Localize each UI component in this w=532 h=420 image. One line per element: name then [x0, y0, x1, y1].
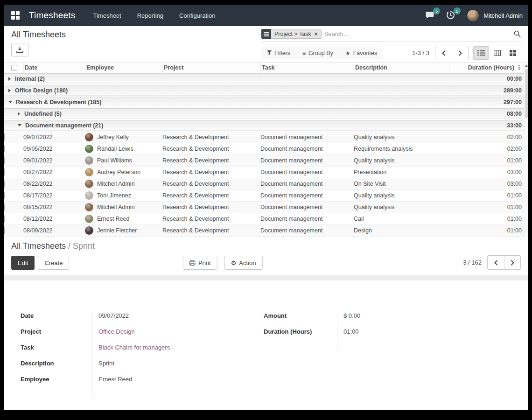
table-row[interactable]: 08/09/2022 Jennie Fletcher Research & De…: [4, 225, 528, 237]
facet-remove-icon[interactable]: ×: [315, 31, 318, 37]
row-checkbox[interactable]: [4, 145, 5, 153]
table-row[interactable]: 09/05/2022 Randall Lewis Research & Deve…: [4, 143, 528, 155]
cell-employee: Toni Jimenez: [85, 191, 162, 200]
form-control-panel: All Timesheets / Sprint Edit Create Prin…: [4, 237, 528, 275]
field-value-task[interactable]: Black Chairs for managers: [92, 344, 240, 360]
row-checkbox[interactable]: [4, 168, 5, 176]
table-row[interactable]: 08/22/2022 Mitchell Admin Research & Dev…: [4, 178, 528, 190]
select-all-checkbox[interactable]: [11, 65, 17, 71]
search-facet[interactable]: Project > Task ×: [261, 29, 322, 39]
cell-project: Research & Development: [162, 216, 260, 222]
cell-employee: Paul Williams: [85, 156, 162, 165]
create-button[interactable]: Create: [38, 256, 69, 270]
user-menu[interactable]: Mitchell Admin: [467, 9, 523, 22]
column-project[interactable]: Project: [162, 63, 260, 73]
row-checkbox[interactable]: [4, 203, 5, 211]
field-value-project[interactable]: Office Design: [92, 328, 240, 344]
scrollbar-thumb[interactable]: [525, 69, 528, 118]
cell-date: 09/05/2022: [23, 146, 85, 152]
list-scrollbar[interactable]: [524, 63, 528, 237]
column-task[interactable]: Task: [260, 63, 354, 73]
form-previous-button[interactable]: [488, 256, 504, 269]
row-checkbox[interactable]: [4, 215, 5, 223]
employee-avatar: [85, 168, 93, 176]
pager-range[interactable]: 1-3 / 3: [412, 49, 429, 56]
employee-avatar: [85, 156, 93, 165]
form-next-button[interactable]: [504, 256, 520, 269]
kanban-view-button[interactable]: [505, 46, 521, 60]
list-body: 09/07/2022 Jeffrey Kelly Research & Deve…: [4, 132, 528, 237]
optional-columns-icon[interactable]: ⋮: [516, 64, 522, 71]
cell-task: Document management: [260, 169, 354, 175]
favorites-button[interactable]: ★ Favorites: [345, 50, 377, 56]
pager-previous-button[interactable]: [435, 46, 452, 60]
cell-task: Document management: [260, 192, 354, 199]
column-employee[interactable]: Employee: [85, 63, 162, 73]
group-row-internal[interactable]: Internal (2) 00:00: [4, 73, 528, 84]
table-row[interactable]: 09/07/2022 Jeffrey Kelly Research & Deve…: [4, 132, 528, 143]
column-date[interactable]: Date: [23, 63, 85, 73]
menu-reporting[interactable]: Reporting: [137, 12, 163, 19]
cell-employee: Ernest Reed: [85, 215, 162, 223]
table-row[interactable]: 08/17/2022 Toni Jimenez Research & Devel…: [4, 190, 528, 202]
list-view-button[interactable]: [473, 46, 489, 60]
print-button[interactable]: Print: [183, 256, 217, 270]
field-label-duration: Duration (Hours): [264, 328, 337, 344]
apps-menu-icon[interactable]: [11, 11, 20, 20]
breadcrumb-separator: /: [66, 241, 73, 251]
row-checkbox[interactable]: [4, 133, 5, 141]
export-button[interactable]: [11, 43, 28, 56]
table-row[interactable]: 09/01/2022 Paul Williams Research & Deve…: [4, 155, 528, 167]
row-checkbox[interactable]: [4, 227, 5, 234]
cell-task: Document management: [260, 204, 354, 210]
row-checkbox[interactable]: [4, 157, 5, 164]
cell-employee: Mitchell Admin: [85, 203, 162, 211]
breadcrumb-parent[interactable]: All Timesheets: [11, 241, 66, 251]
search-input[interactable]: [324, 30, 514, 37]
field-value-duration: 01:00: [337, 328, 514, 344]
employee-avatar: [85, 180, 93, 188]
action-button[interactable]: ⚙ Action: [224, 256, 263, 270]
menu-configuration[interactable]: Configuration: [179, 12, 215, 19]
filters-button[interactable]: Filters: [267, 50, 290, 56]
cell-description: Quality analysis: [354, 204, 449, 210]
activities-icon[interactable]: 5: [446, 11, 456, 20]
field-label-date: Date: [21, 312, 92, 328]
cell-duration: 03:00: [449, 181, 528, 187]
filter-icon: [267, 50, 272, 56]
caret-right-icon: [8, 89, 11, 92]
cell-date: 08/12/2022: [23, 216, 85, 222]
table-row[interactable]: 08/27/2022 Audrey Peterson Research & De…: [4, 167, 528, 178]
group-row-document-management[interactable]: Document management (21) 33:00: [4, 120, 528, 131]
pivot-view-button[interactable]: [489, 46, 505, 60]
cell-description: Design: [354, 227, 449, 234]
field-label-employee: Employee: [21, 376, 92, 392]
row-checkbox[interactable]: [4, 192, 5, 199]
edit-button[interactable]: Edit: [11, 256, 35, 270]
navbar-right: 5 5 Mitchell Admin: [426, 9, 523, 22]
messages-icon[interactable]: 5: [426, 11, 436, 20]
group-row-office-design[interactable]: Office Design (180) 289:00: [4, 85, 528, 96]
cell-duration: 01:00: [449, 204, 528, 210]
cell-description: Quality analysis: [354, 157, 449, 164]
group-row-research-development[interactable]: Research & Development (185) 297:00: [4, 97, 528, 107]
group-row-undefined[interactable]: Undefined (5) 08:00: [4, 108, 528, 119]
employee-avatar: [85, 145, 93, 153]
group-by-button[interactable]: ≡ Group By: [302, 50, 333, 56]
pager-next-button[interactable]: [452, 46, 468, 60]
user-avatar: [467, 9, 479, 22]
table-row[interactable]: 08/15/2022 Mitchell Admin Research & Dev…: [4, 202, 528, 213]
facet-label: Project > Task: [274, 31, 311, 37]
table-row[interactable]: 08/12/2022 Ernest Reed Research & Develo…: [4, 213, 528, 225]
list-pager: 1-3 / 3: [412, 46, 521, 60]
cell-date: 08/27/2022: [23, 169, 85, 175]
form-pager-value[interactable]: 3 / 162: [463, 259, 482, 266]
menu-timesheet[interactable]: Timesheet: [93, 12, 121, 19]
column-description[interactable]: Description: [354, 63, 449, 73]
group-by-icon: ≡: [302, 50, 306, 56]
app-title[interactable]: Timesheets: [29, 10, 76, 21]
search-icon[interactable]: [514, 30, 521, 37]
row-checkbox[interactable]: [4, 180, 5, 188]
cell-project: Research & Development: [162, 227, 260, 234]
scroll-up-icon[interactable]: [525, 64, 528, 67]
